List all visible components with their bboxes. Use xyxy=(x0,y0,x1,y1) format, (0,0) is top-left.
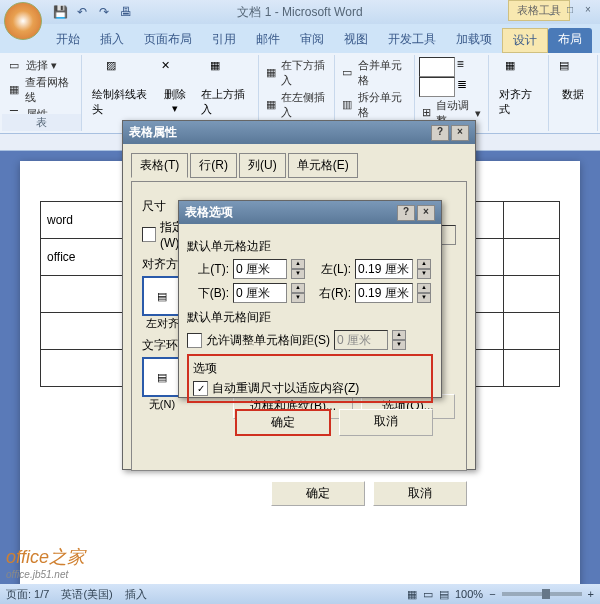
spacing-input[interactable] xyxy=(334,330,388,350)
tab-design[interactable]: 设计 xyxy=(502,28,548,53)
dialog-title: 表格选项 xyxy=(185,204,233,221)
insert-mode[interactable]: 插入 xyxy=(125,587,147,602)
tab-column[interactable]: 列(U) xyxy=(239,153,286,178)
ok-button[interactable]: 确定 xyxy=(235,409,331,436)
cancel-button[interactable]: 取消 xyxy=(373,481,467,506)
tab-insert[interactable]: 插入 xyxy=(90,28,134,53)
insert-above-button[interactable]: ▦在上方插入 xyxy=(195,57,254,119)
allow-spacing-label: 允许调整单元格间距(S) xyxy=(206,332,330,349)
delete-button[interactable]: ✕删除▾ xyxy=(155,57,195,119)
view-gridlines-button[interactable]: ▦查看网格线 xyxy=(6,74,77,106)
statusbar: 页面: 1/7 英语(美国) 插入 ▦ ▭ ▤ 100% − + xyxy=(0,584,600,604)
zoom-out-icon[interactable]: − xyxy=(489,588,495,600)
right-input[interactable] xyxy=(355,283,413,303)
alignment-button[interactable]: ▦对齐方式 xyxy=(493,57,544,119)
group-label-table: 表 xyxy=(2,114,81,131)
data-icon: ▤ xyxy=(559,59,587,87)
wrap-none-option[interactable]: ▤无(N) xyxy=(142,357,182,412)
right-spinner[interactable]: ▲▼ xyxy=(417,283,431,303)
merge-icon: ▭ xyxy=(342,66,355,80)
insert-above-icon: ▦ xyxy=(210,59,238,87)
cancel-button[interactable]: 取消 xyxy=(339,409,433,436)
view-web-icon[interactable]: ▤ xyxy=(439,588,449,601)
top-input[interactable] xyxy=(233,259,287,279)
margins-label: 默认单元格边距 xyxy=(187,238,433,255)
select-button[interactable]: ▭选择 ▾ xyxy=(6,57,77,74)
tab-pagelayout[interactable]: 页面布局 xyxy=(134,28,202,53)
tab-developer[interactable]: 开发工具 xyxy=(378,28,446,53)
tab-addins[interactable]: 加载项 xyxy=(446,28,502,53)
minimize-icon[interactable]: _ xyxy=(544,4,560,18)
spacing-spinner[interactable]: ▲▼ xyxy=(392,330,406,350)
print-icon[interactable]: 🖶 xyxy=(116,2,136,22)
dialog-titlebar[interactable]: 表格选项 ?× xyxy=(179,201,441,224)
width-field[interactable] xyxy=(419,77,455,97)
merge-cells-button[interactable]: ▭合并单元格 xyxy=(339,57,410,89)
ok-button[interactable]: 确定 xyxy=(271,481,365,506)
tab-layout[interactable]: 布局 xyxy=(548,28,592,53)
distribute-cols-icon[interactable]: ≣ xyxy=(457,77,467,97)
align-left-icon: ▤ xyxy=(142,276,182,316)
zoom-in-icon[interactable]: + xyxy=(588,588,594,600)
help-icon[interactable]: ? xyxy=(431,125,449,141)
autofit-label: 自动重调尺寸以适应内容(Z) xyxy=(212,380,359,397)
view-read-icon[interactable]: ▭ xyxy=(423,588,433,601)
watermark: office之家 office.jb51.net xyxy=(6,545,85,580)
distribute-rows-icon[interactable]: ≡ xyxy=(457,57,464,77)
view-print-icon[interactable]: ▦ xyxy=(407,588,417,601)
left-spinner[interactable]: ▲▼ xyxy=(417,259,431,279)
left-input[interactable] xyxy=(355,259,413,279)
undo-icon[interactable]: ↶ xyxy=(72,2,92,22)
close-icon[interactable]: × xyxy=(451,125,469,141)
height-field[interactable] xyxy=(419,57,455,77)
close-icon[interactable]: × xyxy=(580,4,596,18)
tab-table[interactable]: 表格(T) xyxy=(131,153,188,178)
draw-header-button[interactable]: ▨绘制斜线表头 xyxy=(86,57,155,119)
window-controls: _ □ × xyxy=(544,4,596,18)
allow-spacing-checkbox[interactable] xyxy=(187,333,202,348)
chevron-down-icon: ▾ xyxy=(51,59,57,72)
close-icon[interactable]: × xyxy=(417,205,435,221)
tab-row[interactable]: 行(R) xyxy=(190,153,237,178)
insert-left-button[interactable]: ▦在左侧插入 xyxy=(263,89,330,121)
tab-review[interactable]: 审阅 xyxy=(290,28,334,53)
tab-references[interactable]: 引用 xyxy=(202,28,246,53)
dialog-titlebar[interactable]: 表格属性 ?× xyxy=(123,121,475,144)
right-label: 右(R): xyxy=(309,285,351,302)
tab-mailings[interactable]: 邮件 xyxy=(246,28,290,53)
bottom-spinner[interactable]: ▲▼ xyxy=(291,283,305,303)
tab-view[interactable]: 视图 xyxy=(334,28,378,53)
delete-icon: ✕ xyxy=(161,59,189,87)
bottom-input[interactable] xyxy=(233,283,287,303)
help-icon[interactable]: ? xyxy=(397,205,415,221)
page-indicator[interactable]: 页面: 1/7 xyxy=(6,587,49,602)
chevron-down-icon: ▾ xyxy=(475,107,481,120)
autofit-checkbox[interactable]: ✓ xyxy=(193,381,208,396)
align-left-option[interactable]: ▤左对齐 xyxy=(142,276,182,331)
row-below-icon: ▦ xyxy=(266,66,278,80)
top-spinner[interactable]: ▲▼ xyxy=(291,259,305,279)
spec-width-checkbox[interactable] xyxy=(142,227,156,242)
office-button[interactable] xyxy=(4,2,42,40)
top-label: 上(T): xyxy=(187,261,229,278)
maximize-icon[interactable]: □ xyxy=(562,4,578,18)
split-cells-button[interactable]: ▥拆分单元格 xyxy=(339,89,410,121)
col-left-icon: ▦ xyxy=(266,98,278,112)
data-button[interactable]: ▤数据 xyxy=(553,57,593,104)
left-label: 左(L): xyxy=(309,261,351,278)
spacing-label: 默认单元格间距 xyxy=(187,309,433,326)
tab-cell[interactable]: 单元格(E) xyxy=(288,153,358,178)
chevron-down-icon: ▾ xyxy=(172,102,178,115)
split-icon: ▥ xyxy=(342,98,355,112)
language-indicator[interactable]: 英语(美国) xyxy=(61,587,112,602)
save-icon[interactable]: 💾 xyxy=(50,2,70,22)
zoom-slider[interactable] xyxy=(502,592,582,596)
align-icon: ▦ xyxy=(505,59,533,87)
redo-icon[interactable]: ↷ xyxy=(94,2,114,22)
tab-home[interactable]: 开始 xyxy=(46,28,90,53)
zoom-level[interactable]: 100% xyxy=(455,588,483,600)
window-title: 文档 1 - Microsoft Word xyxy=(237,4,362,21)
insert-below-button[interactable]: ▦在下方插入 xyxy=(263,57,330,89)
grid-icon: ▦ xyxy=(9,83,22,97)
titlebar: 💾 ↶ ↷ 🖶 文档 1 - Microsoft Word 表格工具 _ □ × xyxy=(0,0,600,24)
